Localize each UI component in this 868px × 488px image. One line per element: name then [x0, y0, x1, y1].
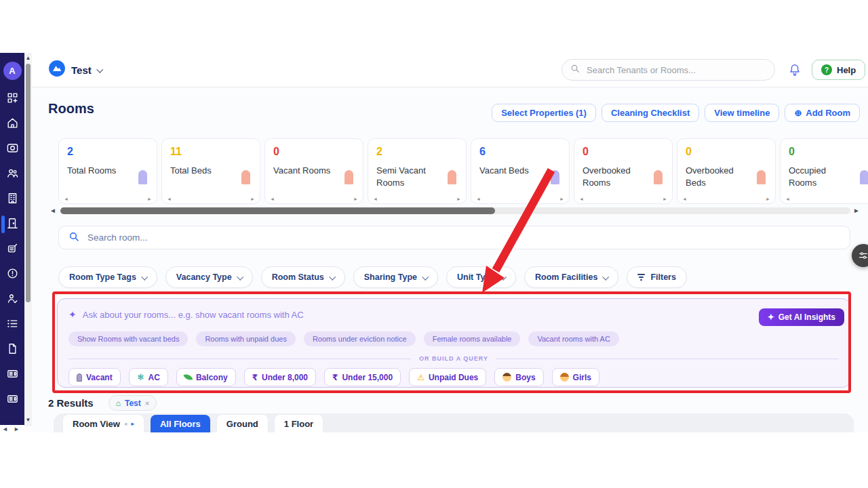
query-chip-boys[interactable]: Boys [494, 368, 543, 386]
stat-value: 0 [789, 146, 868, 158]
stat-value: 0 [686, 146, 767, 158]
view-timeline-button[interactable]: View timeline [705, 104, 779, 122]
card-scroll-left-icon[interactable]: ◄ [64, 197, 68, 201]
card-scroll-left-icon[interactable]: ◄ [270, 197, 275, 201]
stat-card[interactable]: 2 Total Rooms ◄ ► [58, 138, 157, 204]
chevron-down-icon [603, 273, 610, 280]
scroll-down-icon[interactable]: ▼ [24, 417, 32, 424]
cleaning-checklist-button[interactable]: Cleaning Checklist [601, 104, 699, 122]
door-icon [448, 170, 456, 184]
scroll-right-icon[interactable]: ► [14, 426, 20, 432]
sidebar-item-food[interactable] [0, 237, 24, 262]
query-chip-unpaid-dues[interactable]: ⚠Unpaid Dues [409, 368, 486, 386]
notifications-bell-icon[interactable] [787, 62, 802, 77]
card-scroll-right-icon[interactable]: ► [663, 197, 667, 201]
query-chip-balcony[interactable]: Balcony [176, 368, 236, 386]
stat-card[interactable]: 0 Occupied Rooms ◄ ► [780, 138, 868, 204]
filter-unit-type[interactable]: Unit Type [446, 266, 516, 288]
query-chip-under-8000[interactable]: ₹Under 8,000 [244, 368, 316, 386]
global-search-input[interactable] [585, 64, 766, 76]
card-scroll-left-icon[interactable]: ◄ [373, 197, 378, 201]
card-scroll-left-icon[interactable]: ◄ [476, 197, 481, 201]
filter-chip-row: Room Type Tags Vacancy Type Room Status … [58, 266, 687, 288]
card-scroll-right-icon[interactable]: ► [353, 197, 358, 201]
card-scroll-left-icon[interactable]: ◄ [167, 197, 172, 201]
sidebar-item-documents[interactable] [0, 338, 24, 363]
floor-bar: Room View ◂ ▸ All Floors Ground 1 Floor [54, 413, 854, 432]
sidebar-item-camera[interactable] [0, 137, 24, 162]
sidebar-item-staff[interactable] [0, 287, 24, 312]
card-scroll-left-icon[interactable]: ◄ [785, 197, 790, 201]
filters-button[interactable]: Filters [627, 266, 687, 288]
query-chip-vacant[interactable]: Vacant [68, 368, 121, 386]
horizontal-scrollbar-corner[interactable]: ◄ ► [2, 426, 29, 432]
get-ai-insights-button[interactable]: ✦ Get AI Insights [759, 308, 844, 326]
tab-ground[interactable]: Ground [217, 415, 268, 432]
sidebar-item-accounts[interactable] [0, 388, 24, 413]
filter-room-type-tags[interactable]: Room Type Tags [58, 266, 157, 288]
workspace-switcher[interactable]: Test [48, 60, 102, 80]
sidebar-item-apps[interactable] [0, 87, 24, 112]
sidebar-item-tasks[interactable] [0, 312, 24, 338]
ai-suggestion-chip[interactable]: Rooms under eviction notice [304, 331, 416, 346]
sidebar-item-rooms[interactable] [0, 212, 24, 237]
sidebar-item-history[interactable] [0, 262, 24, 287]
select-properties-button[interactable]: Select Properties (1) [492, 104, 596, 122]
ai-prompt-row[interactable]: ✦ Ask about your rooms... e.g. show vaca… [68, 309, 850, 320]
stat-card[interactable]: 6 Vacant Beds ◄ ► [471, 138, 570, 204]
stat-card[interactable]: 2 Semi Vacant Rooms ◄ ► [368, 138, 467, 204]
tab-1-floor[interactable]: 1 Floor [275, 415, 323, 432]
scroll-left-icon[interactable]: ◄ [2, 426, 8, 432]
room-search[interactable] [58, 226, 850, 249]
close-icon[interactable]: × [145, 399, 149, 407]
tab-all-floors[interactable]: All Floors [151, 415, 210, 432]
room-view-toggle[interactable]: Room View ◂ ▸ [63, 415, 144, 432]
ai-suggestion-chip[interactable]: Show Rooms with vacant beds [68, 331, 188, 346]
stat-label: Overbooked Beds [686, 165, 745, 188]
cards-scroll-left-icon[interactable]: ◄ [50, 207, 56, 214]
stat-card[interactable]: 11 Total Beds ◄ ► [161, 138, 260, 204]
card-scroll-right-icon[interactable]: ► [250, 197, 255, 201]
sidebar-item-property[interactable] [0, 187, 24, 212]
prev-view-icon[interactable]: ◂ [124, 420, 127, 427]
query-chip-ac[interactable]: ❄AC [129, 368, 168, 386]
card-scroll-right-icon[interactable]: ► [147, 197, 152, 201]
query-chip-girls[interactable]: Girls [552, 368, 599, 386]
global-search[interactable] [561, 59, 775, 81]
property-filter-chip[interactable]: ⌂ Test × [108, 395, 157, 411]
card-scroll-left-icon[interactable]: ◄ [579, 197, 584, 201]
stat-card[interactable]: 0 Vacant Rooms ◄ ► [264, 138, 363, 204]
stat-card[interactable]: 0 Overbooked Rooms ◄ ► [574, 138, 673, 204]
card-scroll-right-icon[interactable]: ► [456, 197, 461, 201]
sidebar-item-ledger[interactable] [0, 363, 24, 388]
stat-card[interactable]: 0 Overbooked Beds ◄ ► [677, 138, 776, 204]
top-bar: Test ? Help [32, 53, 868, 87]
sidebar-item-home[interactable] [0, 112, 24, 137]
card-scroll-right-icon[interactable]: ► [766, 197, 770, 201]
filter-sharing-type[interactable]: Sharing Type [353, 266, 438, 288]
sidebar-item-tenants[interactable] [0, 162, 24, 187]
filter-room-facilities[interactable]: Room Facilities [524, 266, 618, 288]
build-query-divider: OR BUILD A QUERY [68, 355, 839, 362]
cards-scrollbar[interactable] [60, 207, 850, 214]
filter-room-status[interactable]: Room Status [261, 266, 345, 288]
next-view-icon[interactable]: ▸ [131, 420, 134, 427]
cards-scrollbar-thumb[interactable] [60, 207, 495, 214]
avatar[interactable]: A [3, 62, 22, 80]
ai-suggestion-chip[interactable]: Vacant rooms with AC [528, 331, 618, 346]
card-scroll-left-icon[interactable]: ◄ [682, 197, 687, 201]
room-search-input[interactable] [86, 232, 840, 243]
filter-vacancy-type[interactable]: Vacancy Type [165, 266, 253, 288]
vertical-scrollbar-thumb[interactable] [26, 64, 31, 302]
cards-scroll-right-icon[interactable]: ► [853, 207, 860, 214]
ai-suggestion-chip[interactable]: Rooms with unpaid dues [196, 331, 295, 346]
add-room-button[interactable]: ⊕ Add Room [785, 104, 860, 122]
help-button[interactable]: ? Help [812, 60, 865, 80]
stat-label: Vacant Rooms [273, 165, 333, 177]
card-scroll-right-icon[interactable]: ► [559, 197, 564, 201]
door-icon [654, 170, 663, 184]
vertical-scrollbar[interactable]: ▲ ▼ [24, 53, 32, 426]
ai-suggestion-chip[interactable]: Female rooms available [424, 331, 521, 346]
scroll-up-icon[interactable]: ▲ [24, 55, 32, 62]
query-chip-under-15000[interactable]: ₹Under 15,000 [324, 368, 401, 386]
